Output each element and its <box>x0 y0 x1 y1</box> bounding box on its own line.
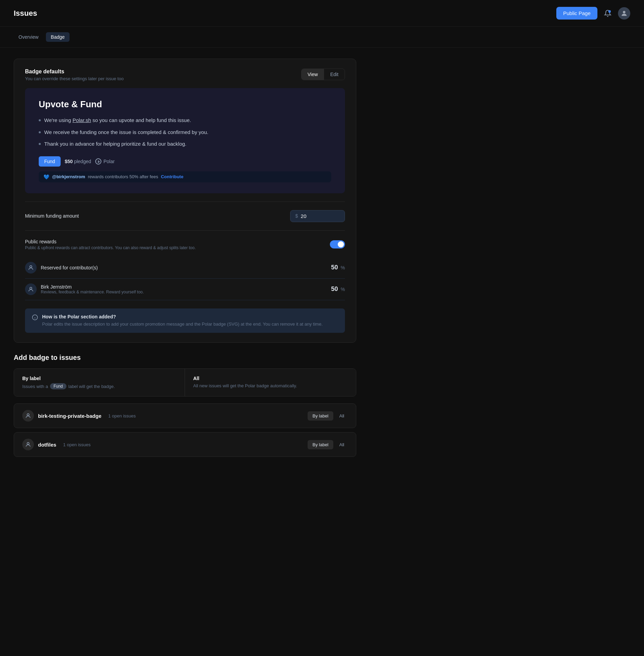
badge-options-grid: By label Issues with a Fund label will g… <box>14 368 356 397</box>
birk-icon <box>25 283 37 295</box>
repo-row-1: dotfiles 1 open issues By label All <box>14 432 356 457</box>
repo-right-0: By label All <box>308 411 348 421</box>
header-right: Public Page <box>556 7 630 20</box>
svg-point-7 <box>27 414 29 416</box>
all-desc: All new issues will get the Polar badge … <box>193 383 348 388</box>
by-label-desc-prefix: Issues with a <box>22 384 48 389</box>
badge-defaults-info: Badge defaults You can override these se… <box>25 69 124 81</box>
bullet-text-2: We receive the funding once the issue is… <box>44 129 208 136</box>
reward-name-contributor: Reserved for contributor(s) <box>41 265 98 270</box>
bullet-dot-1 <box>39 119 41 121</box>
pledged-label: pledged <box>74 159 91 164</box>
badge-defaults-title: Badge defaults <box>25 69 124 75</box>
fund-button[interactable]: Fund <box>39 156 61 167</box>
contributor-reward-name: Reserved for contributor(s) <box>41 265 98 270</box>
bullet-dot-3 <box>39 143 41 145</box>
page-title: Issues <box>14 9 37 18</box>
bell-icon[interactable] <box>602 7 614 20</box>
svg-point-0 <box>608 10 611 12</box>
main-content: Badge defaults You can override these se… <box>0 48 370 472</box>
public-rewards-toggle[interactable] <box>330 240 345 248</box>
tab-overview[interactable]: Overview <box>14 32 43 42</box>
contributor-percent-val: 50 <box>328 264 338 271</box>
fund-badge: Fund <box>50 383 66 389</box>
all-cell[interactable]: All All new issues will get the Polar ba… <box>185 369 356 396</box>
contribute-link[interactable]: Contribute <box>161 174 184 179</box>
contributor-percent-sign: % <box>341 265 345 270</box>
badge-defaults-header: Badge defaults You can override these se… <box>25 69 345 81</box>
repo-by-label-btn-0[interactable]: By label <box>308 411 333 421</box>
polar-link[interactable]: Polar.sh <box>73 117 91 123</box>
public-rewards-label-group: Public rewards Public & upfront rewards … <box>25 239 196 250</box>
info-desc: Polar edits the issue description to add… <box>42 321 323 328</box>
info-title: How is the Polar section added? <box>42 314 323 319</box>
birk-reward-name: Birk Jernström <box>41 284 144 290</box>
birk-percent-sign: % <box>341 287 345 292</box>
repo-icon-1 <box>22 439 34 450</box>
divider-1 <box>25 202 345 202</box>
repo-left-0: birk-testing-private-badge 1 open issues <box>22 410 136 422</box>
heart-icon: 💙 <box>44 174 49 180</box>
polar-name: Polar <box>103 159 115 164</box>
minimum-funding-label-group: Minimum funding amount <box>25 213 79 219</box>
avatar[interactable] <box>618 7 630 20</box>
bullet-dot-2 <box>39 131 41 133</box>
amount-value: 20 <box>301 213 307 219</box>
info-icon <box>32 314 38 322</box>
contributor-row: 💙 @birkjernstrom rewards contributors 50… <box>39 171 331 182</box>
reward-row-birk: Birk Jernström Reviews, feedback & maint… <box>25 279 345 300</box>
badge-defaults-card: Badge defaults You can override these se… <box>14 59 356 343</box>
contributor-name: @birkjernstrom <box>52 174 85 179</box>
public-rewards-row: Public rewards Public & upfront rewards … <box>25 239 345 250</box>
tab-badge[interactable]: Badge <box>46 32 69 42</box>
reward-percent-birk: 50 % <box>328 286 345 293</box>
dollar-sign: $ <box>295 213 298 219</box>
header: Issues Public Page <box>0 0 644 27</box>
public-rewards-desc: Public & upfront rewards can attract con… <box>25 245 196 250</box>
divider-2 <box>25 230 345 231</box>
repo-issues-0: 1 open issues <box>108 413 136 418</box>
minimum-funding-label: Minimum funding amount <box>25 213 79 219</box>
badge-preview-heading: Upvote & Fund <box>39 99 331 110</box>
repo-by-label-btn-1[interactable]: By label <box>308 440 333 449</box>
birk-percent-val: 50 <box>328 286 338 293</box>
info-box: How is the Polar section added? Polar ed… <box>25 308 345 333</box>
badge-preview: Upvote & Fund We're using Polar.sh so yo… <box>25 88 345 193</box>
by-label-desc: Issues with a Fund label will get the ba… <box>22 383 176 389</box>
by-label-cell[interactable]: By label Issues with a Fund label will g… <box>14 369 185 396</box>
svg-point-8 <box>27 442 29 445</box>
view-button[interactable]: View <box>301 69 324 80</box>
public-page-button[interactable]: Public Page <box>556 7 597 20</box>
repo-left-1: dotfiles 1 open issues <box>22 439 91 450</box>
bullet-text-3: Thank you in advance for helping priorit… <box>44 140 186 148</box>
repo-right-1: By label All <box>308 440 348 449</box>
bullet-item-3: Thank you in advance for helping priorit… <box>39 140 331 148</box>
repo-all-btn-0[interactable]: All <box>336 411 348 421</box>
reward-row-contributor: Reserved for contributor(s) 50 % <box>25 257 345 279</box>
by-label-title: By label <box>22 376 176 381</box>
tabs: Overview Badge <box>0 27 644 48</box>
add-badge-section: Add badge to issues By label Issues with… <box>14 354 356 457</box>
reward-name-birk: Birk Jernström Reviews, feedback & maint… <box>41 284 144 294</box>
bullet-item-1: We're using Polar.sh so you can upvote a… <box>39 117 331 124</box>
amount-input[interactable]: $ 20 <box>290 210 345 222</box>
info-content: How is the Polar section added? Polar ed… <box>42 314 323 328</box>
add-badge-heading: Add badge to issues <box>14 354 356 362</box>
view-edit-group: View Edit <box>301 69 345 80</box>
reward-percent-contributor: 50 % <box>328 264 345 271</box>
pledged-amount: $50 pledged <box>65 159 91 164</box>
contributor-icon <box>25 262 37 274</box>
edit-button[interactable]: Edit <box>324 69 345 80</box>
polar-circle-icon: ◑ <box>95 158 101 165</box>
pledged-amount-value: $50 <box>65 159 73 164</box>
repo-name-1: dotfiles <box>38 442 56 448</box>
bullet-item-2: We receive the funding once the issue is… <box>39 129 331 136</box>
repo-row-0: birk-testing-private-badge 1 open issues… <box>14 403 356 428</box>
fund-row: Fund $50 pledged ◑ Polar <box>39 156 331 167</box>
reward-left-birk: Birk Jernström Reviews, feedback & maint… <box>25 283 144 295</box>
repo-all-btn-1[interactable]: All <box>336 440 348 449</box>
minimum-funding-row: Minimum funding amount $ 20 <box>25 210 345 222</box>
repo-name-0: birk-testing-private-badge <box>38 413 101 419</box>
all-desc-text: All new issues will get the Polar badge … <box>193 383 297 388</box>
bullet-text-1: We're using Polar.sh so you can upvote a… <box>44 117 191 124</box>
